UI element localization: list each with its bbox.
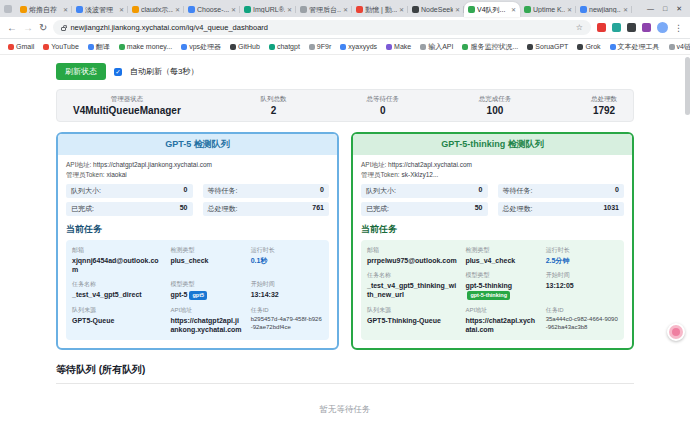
- tab-label: NodeSeek: [421, 6, 453, 13]
- tab-close-icon[interactable]: ✕: [175, 6, 180, 13]
- tab-close-icon[interactable]: ✕: [511, 6, 516, 13]
- tab-close-icon[interactable]: ✕: [455, 6, 460, 13]
- browser-menu-icon[interactable]: ⋮: [674, 23, 683, 33]
- bookmark-star-icon[interactable]: ☆: [576, 23, 583, 32]
- extensions-puzzle-icon[interactable]: [642, 23, 651, 32]
- scrollbar-thumb[interactable]: [685, 57, 690, 115]
- summary-value: 100: [479, 105, 512, 116]
- window-close-button[interactable]: ✕: [676, 5, 682, 13]
- stat-queue-size: 队列大小:0: [66, 184, 193, 198]
- summary-manager-status: 管理器状态 V4MultiQueueManager: [73, 95, 181, 116]
- extension-icon-teal[interactable]: [612, 23, 621, 32]
- stat-queue-size: 队列大小:0: [361, 184, 488, 198]
- task-id: 任务ID 35a444c0-c982-4664-9090-962ba43ac3b…: [546, 306, 618, 334]
- profile-avatar[interactable]: [657, 22, 668, 33]
- browser-tab[interactable]: 熔撸自荐 ✕: [16, 2, 72, 17]
- bookmark-label: 文本处理工具: [618, 42, 660, 52]
- extension-icon-red[interactable]: [597, 23, 606, 32]
- bookmark-item[interactable]: 文本处理工具: [610, 42, 660, 52]
- browser-tab[interactable]: Uptime K... ✕: [520, 2, 576, 17]
- bookmark-item[interactable]: 9F9r: [309, 43, 331, 50]
- browser-tab[interactable]: 動憶 | 動... ✕: [352, 2, 408, 17]
- bookmark-item[interactable]: 输入API: [420, 42, 453, 52]
- bookmark-favicon: [43, 44, 49, 50]
- bookmark-item[interactable]: chatgpt: [269, 43, 300, 50]
- task-check-type: 检测类型 plus_check: [170, 246, 242, 274]
- queue-panel-gpt5-thinking: GPT-5-thinking 检测队列 API地址: https://chat2…: [351, 132, 634, 350]
- tab-favicon: [412, 6, 419, 13]
- bookmark-item[interactable]: xyaxyyds: [340, 43, 377, 50]
- bookmark-label: chatgpt: [277, 43, 300, 50]
- lock-icon[interactable]: [61, 27, 66, 31]
- bookmark-item[interactable]: 服务监控状况...: [462, 42, 518, 52]
- bookmark-favicon: [119, 44, 125, 50]
- floating-widget[interactable]: [667, 323, 685, 341]
- browser-tab-active[interactable]: V4队列... ✕: [464, 2, 520, 17]
- tab-label: 淡波管理: [85, 5, 117, 15]
- tab-close-icon[interactable]: ✕: [399, 6, 404, 13]
- bookmark-item[interactable]: SoruaGPT: [527, 43, 568, 50]
- bookmark-item[interactable]: v4链关机箱: [669, 42, 690, 52]
- task-queue-source: 队列来源 GPT5-Thinking-Queue: [367, 306, 457, 334]
- browser-tab[interactable]: ImgURL®... ✕: [240, 2, 296, 17]
- tab-close-icon[interactable]: ✕: [231, 6, 236, 13]
- current-task-card: 邮箱 prrpelwu975@outlook.com 检测类型 plus_v4_…: [361, 240, 624, 341]
- bookmark-label: 9F9r: [317, 43, 331, 50]
- bookmark-label: make money...: [127, 43, 172, 50]
- maximize-button[interactable]: □: [663, 5, 667, 13]
- tab-close-icon[interactable]: ✕: [119, 6, 124, 13]
- window-controls: — □ ✕: [647, 5, 690, 13]
- bookmark-favicon: [88, 44, 94, 50]
- bookmark-item[interactable]: Make: [386, 43, 411, 50]
- browser-tab[interactable]: newjiang... ✕: [576, 2, 632, 17]
- tab-strip: 熔撸自荐 ✕ 淡波管理 ✕ claudx示... ✕ Choose-... ✕ …: [0, 0, 690, 17]
- browser-tab[interactable]: NodeSeek ✕: [408, 2, 464, 17]
- browser-tab[interactable]: 管理后台... ✕: [296, 2, 352, 17]
- bookmark-item[interactable]: vps处理器: [181, 42, 221, 52]
- tab-favicon: [132, 6, 139, 13]
- tab-search-icon[interactable]: [4, 5, 12, 13]
- tab-close-icon[interactable]: ✕: [63, 6, 68, 13]
- address-bar[interactable]: newjiangzhi.jiankong.xychatai.com/iq/v4_…: [53, 20, 591, 35]
- reload-icon[interactable]: ↻: [39, 23, 47, 33]
- stat-processed: 总处理数:761: [203, 202, 330, 216]
- tab-close-icon[interactable]: ✕: [343, 6, 348, 13]
- task-api: API地址 https://chatgpt2apl.jiankong.xycha…: [170, 306, 242, 334]
- auto-refresh-label: 自动刷新（每3秒）: [130, 66, 198, 77]
- bookmark-favicon: [386, 44, 392, 50]
- summary-queue-count: 队列总数 2: [261, 95, 287, 116]
- browser-tab[interactable]: Choose-... ✕: [184, 2, 240, 17]
- current-task-card: 邮箱 xjqnnj6454ad@outlook.com 检测类型 plus_ch…: [66, 240, 329, 341]
- bookmark-favicon: [420, 44, 426, 50]
- bookmark-label: SoruaGPT: [535, 43, 568, 50]
- minimize-button[interactable]: —: [647, 5, 654, 13]
- forward-icon[interactable]: →: [23, 23, 33, 33]
- task-start-time: 开始时间 13:12:05: [546, 271, 618, 300]
- tab-favicon: [524, 6, 531, 13]
- stat-waiting: 等待任务:0: [203, 184, 330, 198]
- bookmark-item[interactable]: YouTube: [43, 43, 79, 50]
- bookmark-item[interactable]: Grok: [577, 43, 600, 50]
- tab-close-icon[interactable]: ✕: [623, 6, 628, 13]
- tab-label: 動憶 | 動...: [365, 5, 397, 15]
- bookmark-favicon: [230, 44, 236, 50]
- bookmark-item[interactable]: make money...: [119, 43, 172, 50]
- bookmark-label: GitHub: [238, 43, 260, 50]
- back-icon[interactable]: ←: [7, 23, 17, 33]
- browser-tab[interactable]: 淡波管理 ✕: [72, 2, 128, 17]
- bookmark-item[interactable]: 翻译: [88, 42, 110, 52]
- bookmark-item[interactable]: Gmail: [8, 43, 34, 50]
- bookmark-favicon: [309, 44, 315, 50]
- refresh-status-button[interactable]: 刷新状态: [56, 63, 106, 80]
- bookmark-item[interactable]: GitHub: [230, 43, 260, 50]
- task-name: 任务名称 _test_v4_gpt5_direct: [72, 280, 162, 300]
- waiting-queue-title: 等待队列 (所有队列): [56, 363, 634, 377]
- extension-icon-dark[interactable]: [627, 23, 636, 32]
- controls-row: 刷新状态 ✓ 自动刷新（每3秒）: [56, 63, 634, 80]
- bookmark-label: Grok: [585, 43, 600, 50]
- browser-tab[interactable]: claudx示... ✕: [128, 2, 184, 17]
- bookmark-favicon: [181, 44, 187, 50]
- tab-close-icon[interactable]: ✕: [287, 6, 292, 13]
- auto-refresh-checkbox[interactable]: ✓: [114, 68, 122, 76]
- tab-close-icon[interactable]: ✕: [567, 6, 572, 13]
